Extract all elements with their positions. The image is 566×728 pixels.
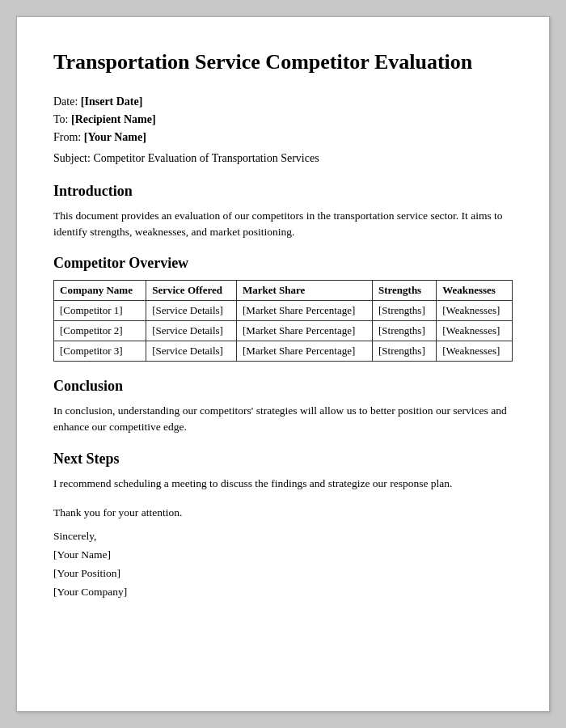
subject-prefix: Subject:: [53, 152, 91, 164]
col-strengths: Strengths: [372, 281, 436, 301]
table-cell: [Strengths]: [372, 321, 436, 341]
date-label: Date:: [53, 95, 78, 108]
table-cell: [Weaknesses]: [437, 321, 513, 341]
table-cell: [Service Details]: [146, 301, 237, 321]
table-row: [Competitor 2][Service Details][Market S…: [54, 321, 513, 341]
meta-from: From: [Your Name]: [53, 131, 513, 144]
conclusion-body: In conclusion, understanding our competi…: [53, 403, 513, 436]
table-cell: [Service Details]: [146, 341, 237, 362]
to-label: To:: [53, 113, 68, 125]
competitor-table: Company Name Service Offered Market Shar…: [53, 280, 513, 362]
col-market-share: Market Share: [237, 281, 373, 301]
col-weaknesses: Weaknesses: [437, 281, 513, 301]
table-cell: [Market Share Percentage]: [237, 301, 373, 321]
from-label: From:: [53, 131, 81, 143]
signer-company: [Your Company]: [53, 583, 513, 602]
table-row: [Competitor 3][Service Details][Market S…: [54, 341, 513, 362]
signer-name: [Your Name]: [53, 546, 513, 565]
closing: Sincerely,: [53, 527, 513, 546]
to-value: [Recipient Name]: [71, 113, 156, 125]
document-title: Transportation Service Competitor Evalua…: [53, 49, 513, 76]
table-cell: [Market Share Percentage]: [237, 321, 373, 341]
table-cell: [Competitor 3]: [54, 341, 146, 362]
thank-you-text: Thank you for your attention.: [53, 506, 513, 519]
signature-block: Sincerely, [Your Name] [Your Position] […: [53, 527, 513, 602]
table-cell: [Competitor 2]: [54, 321, 146, 341]
introduction-body: This document provides an evaluation of …: [53, 208, 513, 241]
next-steps-section: Next Steps I recommend scheduling a meet…: [53, 451, 513, 602]
next-steps-body: I recommend scheduling a meeting to disc…: [53, 476, 513, 492]
table-cell: [Competitor 1]: [54, 301, 146, 321]
table-cell: [Weaknesses]: [437, 301, 513, 321]
table-header-row: Company Name Service Offered Market Shar…: [54, 281, 513, 301]
table-cell: [Weaknesses]: [437, 341, 513, 362]
introduction-heading: Introduction: [53, 183, 513, 200]
conclusion-heading: Conclusion: [53, 378, 513, 395]
date-value: [Insert Date]: [81, 95, 143, 108]
conclusion-section: Conclusion In conclusion, understanding …: [53, 378, 513, 436]
introduction-section: Introduction This document provides an e…: [53, 183, 513, 241]
col-company: Company Name: [54, 281, 146, 301]
table-row: [Competitor 1][Service Details][Market S…: [54, 301, 513, 321]
subject-value: Competitor Evaluation of Transportation …: [93, 152, 319, 164]
table-cell: [Market Share Percentage]: [237, 341, 373, 362]
competitor-overview-section: Competitor Overview Company Name Service…: [53, 255, 513, 362]
table-cell: [Strengths]: [372, 341, 436, 362]
meta-date: Date: [Insert Date]: [53, 95, 513, 108]
from-value: [Your Name]: [84, 131, 146, 143]
table-cell: [Service Details]: [146, 321, 237, 341]
next-steps-heading: Next Steps: [53, 451, 513, 468]
meta-to: To: [Recipient Name]: [53, 113, 513, 126]
col-service: Service Offered: [146, 281, 237, 301]
signer-position: [Your Position]: [53, 565, 513, 583]
subject-line: Subject: Competitor Evaluation of Transp…: [53, 152, 513, 165]
document-container: Transportation Service Competitor Evalua…: [16, 16, 550, 712]
table-cell: [Strengths]: [372, 301, 436, 321]
competitor-overview-heading: Competitor Overview: [53, 255, 513, 272]
